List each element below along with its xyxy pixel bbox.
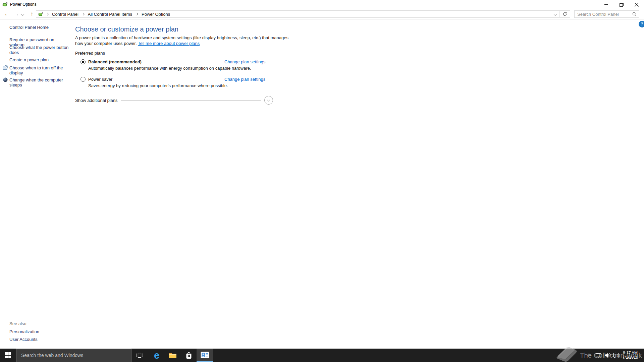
group-label: Preferred plans <box>75 51 105 56</box>
chevron-down-icon <box>267 98 270 102</box>
restore-icon <box>620 3 624 7</box>
breadcrumb-control-panel[interactable]: Control Panel <box>51 12 79 17</box>
recent-pages-dropdown-icon[interactable] <box>21 13 24 16</box>
close-button[interactable] <box>629 0 644 9</box>
taskbar: e <box>0 349 644 362</box>
expand-plans-button[interactable] <box>264 96 273 105</box>
divider <box>8 318 69 318</box>
minimize-icon <box>604 3 608 6</box>
divider <box>121 100 261 101</box>
description-line-1: A power plan is a collection of hardware… <box>75 35 297 41</box>
minimize-button[interactable] <box>599 0 614 9</box>
breadcrumb-chevron-icon <box>136 13 138 15</box>
breadcrumb-all-items[interactable]: All Control Panel Items <box>87 12 133 17</box>
divider <box>108 53 269 53</box>
breadcrumb-chevron-icon <box>46 13 49 15</box>
plan-description-balanced: Automatically balances performance with … <box>88 66 251 71</box>
back-button[interactable]: ← <box>3 9 11 19</box>
restore-button[interactable] <box>614 0 629 9</box>
task-view-button[interactable] <box>131 349 148 362</box>
control-panel-icon <box>201 352 209 358</box>
forward-button[interactable]: → <box>12 9 21 19</box>
taskbar-search-input[interactable] <box>16 349 131 362</box>
see-also-header: See also <box>9 321 26 326</box>
plan-name-power-saver[interactable]: Power saver <box>88 77 112 82</box>
learn-more-link[interactable]: Tell me more about power plans <box>138 41 200 46</box>
taskbar-clock[interactable]: 8:17 AM 7/1/2015 <box>621 351 640 360</box>
sidebar-item-create-plan[interactable]: Create a power plan <box>9 57 70 62</box>
radio-balanced[interactable] <box>80 59 86 64</box>
close-icon <box>635 3 639 7</box>
search-icon[interactable] <box>632 12 637 16</box>
change-plan-settings-balanced[interactable]: Change plan settings <box>224 59 265 64</box>
navigation-bar: ← → ↑ Control Panel All Control Panel It… <box>0 9 644 20</box>
preferred-plans-group: Preferred plans <box>75 51 269 56</box>
power-options-icon <box>2 2 8 7</box>
chevron-up-icon <box>587 353 591 357</box>
window-title: Power Options <box>10 0 37 9</box>
network-icon <box>595 352 602 358</box>
sidebar-item-change-sleep[interactable]: Change when the computer sleeps <box>9 77 70 87</box>
edge-button[interactable]: e <box>149 349 164 362</box>
sleep-clock-icon <box>3 77 8 82</box>
show-additional-plans-label[interactable]: Show additional plans <box>75 98 117 103</box>
breadcrumb-chevron-icon <box>82 13 85 15</box>
control-panel-search <box>574 10 639 18</box>
address-dropdown-button[interactable] <box>551 11 559 17</box>
control-panel-button-active[interactable] <box>197 349 213 362</box>
store-icon <box>185 351 193 359</box>
taskbar-search <box>16 349 131 362</box>
help-button[interactable]: ? <box>639 21 644 27</box>
display-clock-icon <box>3 65 8 70</box>
tray-volume-button[interactable] <box>603 349 612 362</box>
sidebar-item-personalization[interactable]: Personalization <box>9 329 39 334</box>
chevron-down-icon <box>553 12 557 16</box>
title-bar: Power Options <box>0 0 644 9</box>
address-bar[interactable]: Control Panel All Control Panel Items Po… <box>36 10 570 18</box>
page-description: A power plan is a collection of hardware… <box>75 35 297 46</box>
tray-action-center-button[interactable] <box>612 349 621 362</box>
file-explorer-icon <box>169 352 177 359</box>
sidebar-item-control-panel-home[interactable]: Control Panel Home <box>9 25 49 30</box>
store-button[interactable] <box>181 349 197 362</box>
action-center-icon <box>613 352 620 359</box>
file-explorer-button[interactable] <box>165 349 180 362</box>
show-additional-plans-row: Show additional plans <box>75 96 273 105</box>
radio-power-saver[interactable] <box>80 77 86 82</box>
plan-description-power-saver: Saves energy by reducing your computer's… <box>88 83 228 88</box>
page-title: Choose or customize a power plan <box>75 25 178 33</box>
refresh-button[interactable] <box>560 11 570 17</box>
speaker-icon <box>604 352 611 358</box>
watermark-book-icon <box>553 345 580 362</box>
power-options-icon <box>38 11 43 17</box>
sidebar-item-user-accounts[interactable]: User Accounts <box>9 337 38 342</box>
tray-show-hidden-icons-button[interactable] <box>586 349 592 362</box>
tray-network-button[interactable] <box>594 349 603 362</box>
search-input[interactable] <box>575 12 632 17</box>
breadcrumb-power-options[interactable]: Power Options <box>141 12 171 17</box>
clock-date: 7/1/2015 <box>621 355 640 360</box>
sidebar-item-turn-off-display[interactable]: Choose when to turn off the display <box>9 65 70 75</box>
refresh-icon <box>562 12 567 16</box>
windows-logo-icon <box>5 352 11 358</box>
up-button[interactable]: ↑ <box>28 9 36 19</box>
plan-name-balanced[interactable]: Balanced (recommended) <box>88 59 142 64</box>
edge-icon: e <box>154 349 159 362</box>
start-button[interactable] <box>0 349 16 362</box>
change-plan-settings-power-saver[interactable]: Change plan settings <box>224 77 265 82</box>
description-line-2: how your computer uses power. <box>75 41 137 46</box>
sidebar-item-power-button[interactable]: Choose what the power button does <box>9 45 70 55</box>
task-view-icon <box>136 352 144 358</box>
